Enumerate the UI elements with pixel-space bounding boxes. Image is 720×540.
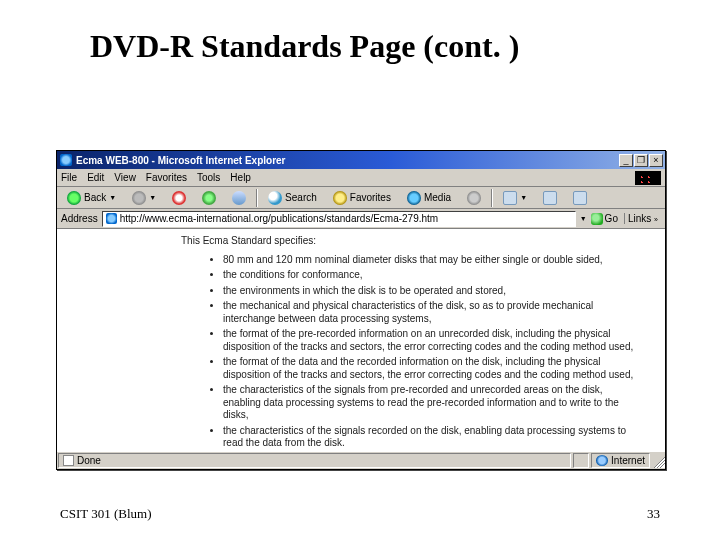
search-label: Search — [285, 192, 317, 203]
search-button[interactable]: Search — [262, 189, 323, 207]
list-item: the format of the pre-recorded informati… — [223, 328, 643, 353]
page-content: This Ecma Standard specifies: 80 mm and … — [57, 229, 665, 451]
list-item: the format of the data and the recorded … — [223, 356, 643, 381]
refresh-button[interactable] — [196, 189, 222, 207]
chevron-down-icon[interactable]: ▼ — [520, 194, 527, 201]
browser-window: Ecma WEB-800 - Microsoft Internet Explor… — [56, 150, 666, 470]
resize-grip[interactable] — [651, 453, 665, 468]
list-item: the mechanical and physical characterist… — [223, 300, 643, 325]
minimize-button[interactable]: _ — [619, 154, 633, 167]
menu-favorites[interactable]: Favorites — [146, 172, 187, 183]
titlebar: Ecma WEB-800 - Microsoft Internet Explor… — [57, 151, 665, 169]
menu-edit[interactable]: Edit — [87, 172, 104, 183]
list-item: the conditions for conformance, — [223, 269, 643, 282]
slide-title: DVD-R Standards Page (cont. ) — [0, 0, 720, 75]
stop-icon — [172, 191, 186, 205]
list-item: the environments in which the disk is to… — [223, 285, 643, 298]
maximize-button[interactable]: ❐ — [634, 154, 648, 167]
address-dropdown-icon[interactable]: ▼ — [580, 215, 587, 222]
media-label: Media — [424, 192, 451, 203]
chevron-down-icon[interactable]: ▼ — [149, 194, 156, 201]
go-arrow-icon — [591, 213, 603, 225]
status-zone-pane: Internet — [591, 453, 650, 468]
list-item: 80 mm and 120 mm nominal diameter disks … — [223, 254, 643, 267]
home-button[interactable] — [226, 189, 252, 207]
status-zone-text: Internet — [611, 455, 645, 466]
go-label: Go — [605, 213, 618, 224]
content-bullet-list: 80 mm and 120 mm nominal diameter disks … — [223, 254, 653, 450]
favorites-button[interactable]: Favorites — [327, 189, 397, 207]
refresh-icon — [202, 191, 216, 205]
print-button[interactable] — [537, 189, 563, 207]
address-url-text: http://www.ecma-international.org/public… — [120, 213, 439, 224]
edit-icon — [573, 191, 587, 205]
status-text: Done — [77, 455, 101, 466]
status-message-pane: Done — [58, 453, 571, 468]
edit-page-button[interactable] — [567, 189, 593, 207]
history-button[interactable] — [461, 189, 487, 207]
ie-icon — [60, 154, 72, 166]
stop-button[interactable] — [166, 189, 192, 207]
mail-button[interactable]: ▼ — [497, 189, 533, 207]
slide-footer-left: CSIT 301 (Blum) — [60, 506, 152, 522]
internet-zone-icon — [596, 455, 608, 466]
address-label: Address — [61, 213, 98, 224]
back-button[interactable]: Back ▼ — [61, 189, 122, 207]
links-dropdown-icon: » — [654, 216, 658, 223]
mail-icon — [503, 191, 517, 205]
menu-view[interactable]: View — [114, 172, 136, 183]
close-button[interactable]: × — [649, 154, 663, 167]
menu-bar: File Edit View Favorites Tools Help — [57, 169, 665, 187]
forward-button[interactable]: ▼ — [126, 189, 162, 207]
toolbar: Back ▼ ▼ Search Favorites Media ▼ — [57, 187, 665, 209]
list-item: the characteristics of the signals recor… — [223, 425, 643, 450]
address-bar: Address http://www.ecma-international.or… — [57, 209, 665, 229]
chevron-down-icon[interactable]: ▼ — [109, 194, 116, 201]
list-item: the characteristics of the signals from … — [223, 384, 643, 422]
status-empty-pane — [573, 453, 589, 468]
window-title: Ecma WEB-800 - Microsoft Internet Explor… — [76, 155, 619, 166]
search-icon — [268, 191, 282, 205]
back-arrow-icon — [67, 191, 81, 205]
windows-flag-icon — [635, 171, 661, 185]
print-icon — [543, 191, 557, 205]
menu-help[interactable]: Help — [230, 172, 251, 183]
status-bar: Done Internet — [57, 451, 665, 469]
toolbar-separator — [256, 189, 258, 207]
toolbar-separator — [491, 189, 493, 207]
content-intro: This Ecma Standard specifies: — [181, 235, 653, 248]
favorites-label: Favorites — [350, 192, 391, 203]
go-button[interactable]: Go — [591, 213, 618, 225]
media-button[interactable]: Media — [401, 189, 457, 207]
address-input[interactable]: http://www.ecma-international.org/public… — [102, 211, 576, 227]
media-icon — [407, 191, 421, 205]
home-icon — [232, 191, 246, 205]
slide-page-number: 33 — [647, 506, 660, 522]
links-label[interactable]: Links » — [624, 213, 661, 224]
menu-file[interactable]: File — [61, 172, 77, 183]
forward-arrow-icon — [132, 191, 146, 205]
document-icon — [63, 455, 74, 466]
back-label: Back — [84, 192, 106, 203]
menu-tools[interactable]: Tools — [197, 172, 220, 183]
page-icon — [106, 213, 117, 224]
history-icon — [467, 191, 481, 205]
favorites-icon — [333, 191, 347, 205]
